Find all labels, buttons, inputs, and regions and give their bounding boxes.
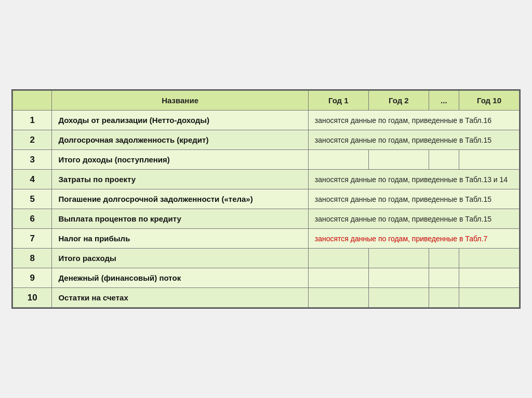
table-row: 9Денежный (финансовый) поток [13, 268, 520, 288]
row-data: заносятся данные по годам, приведенные в… [308, 111, 519, 130]
row-number: 10 [13, 288, 52, 308]
row-data: заносятся данные по годам, приведенные в… [308, 209, 519, 229]
table-row: 5Погашение долгосрочной задолженности («… [13, 189, 520, 209]
header-name: Название [52, 91, 308, 111]
row-empty-cell [459, 150, 519, 170]
table-row: 3Итого доходы (поступления) [13, 150, 520, 170]
row-name: Налог на прибыль [52, 229, 308, 249]
header-year2: Год 2 [368, 91, 429, 111]
row-data: заносятся данные по годам, приведенные в… [308, 170, 519, 189]
row-name: Остатки на счетах [52, 288, 308, 308]
row-number: 7 [13, 229, 52, 249]
row-name: Итого расходы [52, 249, 308, 268]
financial-table: Название Год 1 Год 2 ... Год 10 1Доходы … [12, 90, 520, 308]
header-num [13, 91, 52, 111]
row-name: Итого доходы (поступления) [52, 150, 308, 170]
row-name: Затраты по проекту [52, 170, 308, 189]
row-empty-cell [308, 249, 368, 268]
row-empty-cell [459, 249, 519, 268]
table-row: 2Долгосрочная задолженность (кредит)зано… [13, 130, 520, 150]
table-row: 8Итого расходы [13, 249, 520, 268]
row-number: 3 [13, 150, 52, 170]
row-name: Доходы от реализации (Нетто-доходы) [52, 111, 308, 130]
table-row: 4Затраты по проектузаносятся данные по г… [13, 170, 520, 189]
row-empty-cell [429, 249, 459, 268]
table-header-row: Название Год 1 Год 2 ... Год 10 [13, 91, 520, 111]
header-dots: ... [429, 91, 459, 111]
row-empty-cell [368, 268, 429, 288]
header-year10: Год 10 [459, 91, 519, 111]
row-data: заносятся данные по годам, приведенные в… [308, 130, 519, 150]
row-number: 5 [13, 189, 52, 209]
row-empty-cell [429, 150, 459, 170]
row-number: 1 [13, 111, 52, 130]
row-empty-cell [308, 268, 368, 288]
row-empty-cell [429, 268, 459, 288]
row-number: 2 [13, 130, 52, 150]
row-name: Денежный (финансовый) поток [52, 268, 308, 288]
main-table-container: Название Год 1 Год 2 ... Год 10 1Доходы … [11, 89, 521, 309]
table-row: 10Остатки на счетах [13, 288, 520, 308]
row-number: 6 [13, 209, 52, 229]
row-empty-cell [308, 150, 368, 170]
row-name: Выплата процентов по кредиту [52, 209, 308, 229]
table-body: 1Доходы от реализации (Нетто-доходы)зано… [13, 111, 520, 308]
table-row: 7Налог на прибыльзаносятся данные по год… [13, 229, 520, 249]
table-row: 6Выплата процентов по кредитузаносятся д… [13, 209, 520, 229]
row-number: 8 [13, 249, 52, 268]
table-row: 1Доходы от реализации (Нетто-доходы)зано… [13, 111, 520, 130]
row-number: 4 [13, 170, 52, 189]
row-name: Долгосрочная задолженность (кредит) [52, 130, 308, 150]
row-empty-cell [368, 288, 429, 308]
row-name: Погашение долгосрочной задолженности («т… [52, 189, 308, 209]
row-data: заносятся данные по годам, приведенные в… [308, 189, 519, 209]
row-empty-cell [368, 150, 429, 170]
row-empty-cell [429, 288, 459, 308]
row-empty-cell [459, 288, 519, 308]
row-number: 9 [13, 268, 52, 288]
row-data: заносятся данные по годам, приведенные в… [308, 229, 519, 249]
row-empty-cell [308, 288, 368, 308]
row-empty-cell [368, 249, 429, 268]
row-empty-cell [459, 268, 519, 288]
header-year1: Год 1 [308, 91, 368, 111]
